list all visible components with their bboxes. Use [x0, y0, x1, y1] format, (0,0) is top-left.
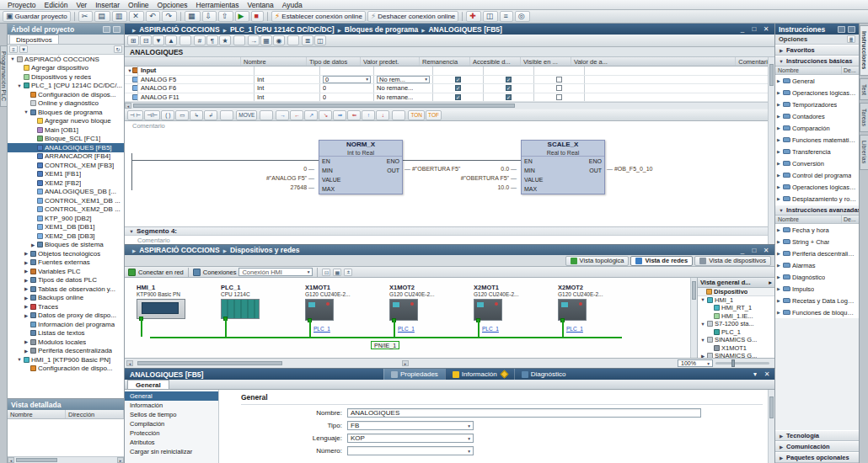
tree-item[interactable]: ▶ Bloques de sistema — [8, 241, 124, 250]
instruction-folder[interactable]: String + Char — [775, 236, 859, 247]
detail-column-header[interactable]: Nombre — [8, 410, 66, 418]
device-image[interactable] — [389, 299, 418, 321]
instruction-folder[interactable]: Funciones matemáticas — [775, 134, 859, 146]
menu-item[interactable]: Ventana — [244, 1, 278, 9]
tree-item[interactable]: ▶ Tipos de datos PLC — [8, 276, 124, 285]
instruction-folder[interactable]: Recetas y Data Logging — [775, 295, 859, 306]
favorite-4[interactable]: ↘ — [319, 110, 332, 120]
instruction-folder[interactable]: Comparación — [775, 122, 859, 134]
column-header[interactable]: Visible en ... — [521, 57, 571, 66]
coil[interactable]: ( ) — [161, 110, 174, 120]
toolbar-button[interactable] — [180, 12, 181, 21]
collapsed-section[interactable]: ▶ Comunicación — [775, 441, 859, 452]
inspector-tab[interactable]: Propiedades — [383, 369, 445, 380]
expander-icon[interactable]: ▶ — [24, 278, 29, 283]
expander-icon[interactable]: ▼ — [779, 59, 784, 64]
column-header[interactable]: Valor de a... — [571, 57, 736, 66]
menu-item[interactable]: Ver — [72, 1, 91, 9]
column-desc[interactable]: De... — [842, 216, 859, 223]
network-comment[interactable]: Comentario — [125, 121, 774, 130]
var-datatype[interactable]: Int — [255, 93, 320, 102]
filter-icon[interactable]: ▼ — [19, 45, 28, 53]
instruction-folder[interactable]: General — [775, 75, 859, 87]
properties-nav-item[interactable]: Atributos — [125, 438, 218, 447]
connection-type-select[interactable]: Conexión HMI — [238, 268, 313, 276]
instruction-folder[interactable]: Operaciones lógicas con... — [775, 181, 859, 193]
inspector-tab[interactable]: Información — [445, 369, 514, 380]
segment-header[interactable]: ▼ Segmento 4: — [125, 226, 774, 236]
device-image[interactable] — [305, 299, 334, 321]
var-comment[interactable] — [585, 84, 774, 93]
expander-icon[interactable]: ▶ — [30, 242, 35, 247]
setpoint-checkbox[interactable] — [556, 85, 562, 91]
operand-scale-out[interactable]: #OB_F5_0_10 — [607, 166, 653, 172]
editor-tool[interactable] — [287, 35, 299, 45]
view-tab[interactable]: Vista topológica — [565, 256, 630, 266]
canvas-vscrollbar[interactable] — [690, 278, 697, 358]
favorite-3[interactable]: ↗ — [304, 110, 318, 120]
contact-no[interactable]: ⊣ ⊢ — [127, 110, 143, 120]
subtab-general[interactable]: General — [127, 380, 169, 389]
tree-item[interactable]: ▶ Backups online — [8, 294, 124, 303]
tree-item[interactable]: ▶ Periferia descentralizada — [8, 347, 124, 356]
favorite-8[interactable]: ↓ — [376, 110, 389, 120]
go-offline[interactable]: ⚡Deshacer conexión online — [367, 11, 458, 22]
favorite-2[interactable]: ← — [290, 110, 303, 120]
favorite-5[interactable]: ⇒ — [333, 110, 346, 120]
segment-comment[interactable]: Comentario — [125, 236, 774, 244]
scroll-left-icon[interactable]: ◂ — [126, 360, 133, 366]
delete-network[interactable]: ⊟ — [140, 35, 152, 45]
tree-item[interactable]: ARRANCADOR [FB4] — [8, 152, 124, 162]
var-datatype[interactable]: Int — [255, 84, 320, 93]
zoom-slider[interactable] — [715, 362, 769, 365]
tree-item[interactable]: Dispositivos y redes — [8, 72, 124, 82]
assigned-controller-link[interactable]: PLC_1 — [313, 326, 330, 332]
tree-item[interactable]: Agregar dispositivo — [8, 64, 124, 73]
tree-item[interactable]: CONTROL_XEM [FB3] — [8, 161, 124, 170]
expander-icon[interactable]: ▶ — [24, 349, 29, 354]
editor-tool[interactable] — [179, 35, 191, 45]
instruction-folder[interactable]: Temporizadores — [775, 98, 859, 110]
undo[interactable]: ↶ — [146, 11, 161, 22]
overview-item[interactable]: ▼ HMI_1 — [698, 296, 774, 305]
connections-icon[interactable] — [193, 269, 201, 276]
window-button[interactable]: ✕ — [762, 247, 770, 254]
instruction-folder[interactable]: Alarmas — [775, 259, 859, 271]
paste[interactable]: ▥ — [112, 11, 128, 22]
tab-devices[interactable]: Dispositivos — [9, 35, 59, 44]
device-image[interactable] — [221, 299, 260, 319]
tree-item[interactable]: ▼ PLC_1 [CPU 1214C DC/DC/... — [8, 82, 124, 91]
compile-block[interactable]: ▦ — [260, 35, 272, 45]
column-header[interactable]: Nombre — [241, 57, 307, 66]
var-datatype[interactable] — [255, 67, 320, 75]
menu-item[interactable]: Insertar — [91, 1, 124, 9]
detail-column-header[interactable]: Dirección — [66, 410, 124, 418]
var-retain[interactable]: No rem... — [377, 76, 430, 83]
section-basic-instructions[interactable]: ▼ Instrucciones básicas — [775, 56, 859, 67]
properties-nav-item[interactable]: Protección — [125, 428, 218, 438]
tree-item[interactable]: ▶ Traces — [8, 302, 124, 311]
inspector-vscrollbar[interactable] — [768, 390, 774, 463]
toolbar-button[interactable] — [462, 12, 463, 21]
editor-vscrollbar[interactable] — [768, 57, 774, 244]
column-header[interactable]: Remanencia — [420, 57, 470, 66]
device-image[interactable] — [558, 299, 587, 321]
properties-nav-item[interactable]: Información — [125, 401, 218, 410]
overview-item[interactable]: HMI_RT_1 — [698, 304, 774, 312]
properties-nav-item[interactable]: Compilación — [125, 419, 218, 428]
window-button[interactable]: ✕ — [763, 370, 771, 378]
menu-item[interactable]: Online — [124, 1, 153, 9]
collapse-panel-icon[interactable] — [113, 26, 121, 33]
operand-scale-value[interactable]: #"OBERTURA F5" — [461, 175, 517, 181]
accessible-checkbox[interactable] — [455, 77, 461, 82]
view-tab[interactable]: Vista de dispositivos — [694, 256, 771, 266]
tree-item[interactable]: ANALOGIQUES [FB5] — [8, 143, 124, 152]
overview-expand-icon[interactable]: ▸ — [769, 279, 772, 286]
collapse-networks[interactable]: ▲ — [165, 35, 177, 45]
scroll-left-icon[interactable]: ◂ — [8, 457, 14, 463]
start-cpu[interactable]: ▶ — [235, 11, 249, 22]
var-default[interactable]: 0 — [323, 76, 371, 83]
ladder-tool[interactable] — [220, 110, 233, 120]
operand-norm-min[interactable]: 0 — [303, 166, 314, 172]
sort-icon[interactable]: ≡ — [9, 45, 18, 53]
